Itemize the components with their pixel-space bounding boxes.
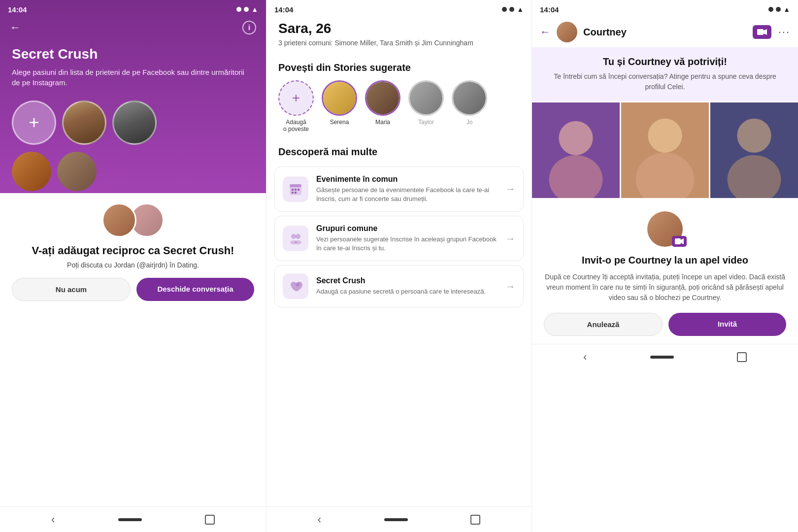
photo-2	[621, 102, 709, 198]
secret-crush-arrow-icon: →	[505, 281, 515, 292]
discover-title: Descoperă mai multe	[266, 140, 532, 163]
nav-home-pill-2[interactable]	[384, 518, 408, 521]
nav-home-pill-1[interactable]	[118, 518, 142, 521]
nav-back-icon-3[interactable]: ‹	[583, 351, 587, 364]
story-add-icon: +	[292, 90, 300, 106]
invite-btn-row: Anulează Invită	[544, 313, 786, 336]
video-invite-section: Invit-o pe Courtney la un apel video Dup…	[532, 200, 798, 344]
nav-back-icon-2[interactable]: ‹	[318, 513, 321, 526]
serena-label: Serena	[330, 119, 349, 126]
chat-header: ← Courtney ···	[532, 19, 798, 47]
cancel-button[interactable]: Anulează	[544, 313, 663, 336]
secret-crush-card[interactable]: Secret Crush Adaugă ca pasiune secretă o…	[274, 265, 524, 307]
more-options-button[interactable]: ···	[778, 26, 790, 38]
jo-label: Jo	[466, 119, 473, 126]
events-card[interactable]: Evenimente în comun Găsește persoane de …	[274, 166, 524, 212]
story-jo[interactable]: Jo	[452, 80, 487, 133]
events-text: Evenimente în comun Găsește persoane de …	[316, 175, 498, 203]
nav-square-1[interactable]	[205, 515, 215, 525]
avatar-row-1: +	[0, 96, 266, 150]
back-button-1[interactable]: ←	[10, 21, 21, 34]
svg-point-10	[295, 240, 301, 244]
invite-title: Invit-o pe Courtney la un apel video	[582, 255, 748, 266]
avatar-person-2	[112, 100, 157, 145]
secret-crush-text: Secret Crush Adaugă ca pasiune secretă o…	[316, 276, 498, 296]
svg-marker-24	[681, 238, 684, 244]
story-maria-circle	[365, 80, 400, 116]
nav-square-2[interactable]	[470, 515, 480, 525]
events-arrow-icon: →	[505, 183, 515, 195]
photo-grid	[532, 101, 798, 200]
match-card: V-ați adăugat reciproc ca Secret Crush! …	[0, 193, 266, 506]
match-btn-row: Nu acum Deschide conversația	[12, 278, 254, 301]
taylor-label: Taylor	[418, 119, 434, 126]
svg-point-18	[648, 119, 682, 153]
story-taylor[interactable]: Taylor	[408, 80, 444, 133]
groups-title: Grupuri comune	[316, 224, 498, 233]
events-icon	[283, 176, 308, 202]
story-maria[interactable]: Maria	[365, 80, 400, 133]
status-icons-1: ▲	[236, 5, 258, 13]
groups-icon	[283, 226, 308, 251]
invite-desc: După ce Courtney îți acceptă invitația, …	[544, 272, 786, 303]
status-icons-2: ▲	[502, 5, 524, 13]
open-conversation-button[interactable]: Deschide conversația	[136, 278, 254, 301]
matched-avatars	[102, 203, 164, 237]
wifi-icon-2	[509, 7, 514, 12]
story-add-item[interactable]: + Adaugă o poveste	[278, 80, 314, 133]
match-banner-title: Tu și Courtney vă potriviți!	[544, 56, 786, 67]
battery-icon-2: ▲	[517, 5, 524, 13]
info-button[interactable]: i	[242, 21, 256, 34]
no-now-button[interactable]: Nu acum	[12, 278, 131, 301]
nav-square-3[interactable]	[737, 352, 747, 362]
signal-icon	[236, 7, 241, 12]
nav-home-pill-3[interactable]	[650, 356, 674, 359]
groups-desc: Vezi persoanele sugerate înscrise în ace…	[316, 235, 498, 253]
groups-text: Grupuri comune Vezi persoanele sugerate …	[316, 224, 498, 253]
groups-card[interactable]: Grupuri comune Vezi persoanele sugerate …	[274, 216, 524, 261]
story-jo-circle	[452, 80, 487, 116]
match-banner: Tu și Courtney vă potriviți! Te întrebi …	[532, 47, 798, 101]
svg-rect-2	[292, 189, 294, 191]
matched-title: V-ați adăugat reciproc ca Secret Crush!	[32, 244, 234, 257]
story-add-circle: +	[278, 80, 314, 116]
svg-point-15	[559, 121, 593, 155]
matched-sub: Poți discuta cu Jordan (@airjrdn) în Dat…	[67, 261, 199, 269]
add-avatar-button[interactable]: +	[12, 100, 56, 145]
status-icons-3: ▲	[768, 5, 790, 13]
top-bar-1: ← i	[0, 19, 266, 36]
hero-text: Secret Crush Alege pasiuni din lista de …	[0, 36, 266, 96]
svg-rect-23	[675, 238, 681, 244]
avatar-person-3	[12, 152, 51, 191]
stories-row: + Adaugă o poveste Serena Maria	[266, 78, 532, 140]
hero-desc: Alege pasiuni din lista de prieteni de p…	[12, 67, 254, 88]
svg-rect-12	[757, 29, 764, 35]
svg-rect-1	[290, 184, 301, 187]
panel2-content: Sara, 26 3 prieteni comuni: Simone Mille…	[266, 19, 532, 506]
svg-rect-6	[295, 192, 297, 194]
photo-1	[532, 102, 620, 198]
bottom-nav-2: ‹	[266, 506, 532, 532]
svg-rect-3	[295, 189, 297, 191]
video-call-button[interactable]	[753, 25, 771, 39]
wifi-icon-3	[776, 7, 781, 12]
avatar-row-2	[0, 150, 266, 193]
sara-header: Sara, 26 3 prieteni comuni: Simone Mille…	[266, 19, 532, 56]
avatar-person-4	[57, 152, 97, 191]
invite-button[interactable]: Invită	[668, 313, 786, 336]
secret-crush-card-title: Secret Crush	[316, 276, 498, 285]
story-serena[interactable]: Serena	[322, 80, 357, 133]
nav-back-icon-1[interactable]: ‹	[51, 513, 55, 526]
stories-title: Povești din Stories sugerate	[266, 56, 532, 78]
signal-icon-3	[768, 7, 773, 12]
panel-secret-crush: 14:04 ▲ ← i Secret Crush Alege pasiuni d…	[0, 0, 266, 532]
events-title: Evenimente în comun	[316, 175, 498, 184]
panel-discover: 14:04 ▲ Sara, 26 3 prieteni comuni: Simo…	[266, 0, 532, 532]
battery-icon-3: ▲	[783, 5, 790, 13]
taylor-face	[410, 82, 442, 114]
chat-action-buttons: ···	[753, 25, 790, 39]
status-bar-2: 14:04 ▲	[266, 0, 532, 19]
chat-back-button[interactable]: ←	[540, 26, 551, 38]
svg-point-8	[296, 234, 300, 239]
plus-icon: +	[29, 112, 39, 133]
